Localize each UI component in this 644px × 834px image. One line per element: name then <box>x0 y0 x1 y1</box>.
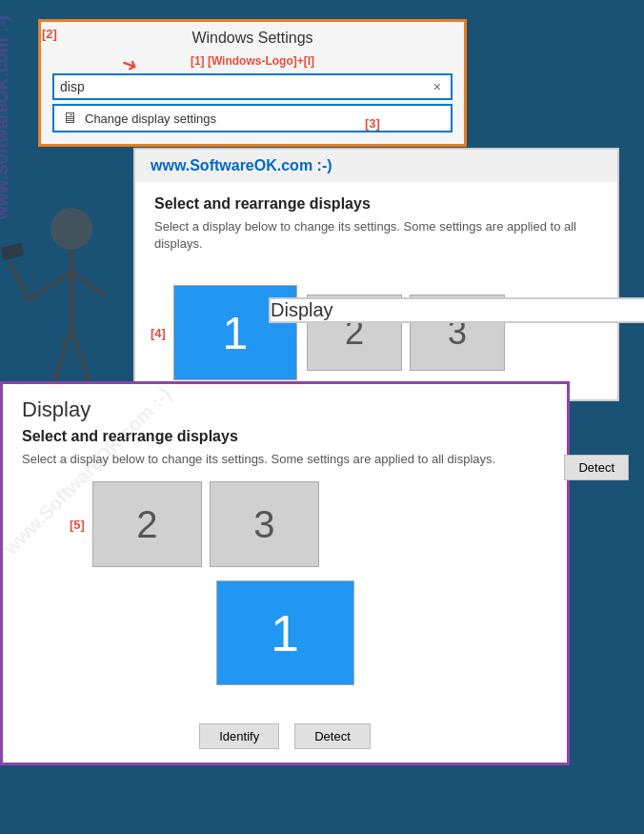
display-title-upper: Display <box>269 297 644 323</box>
display-icon: 🖥 <box>62 110 77 127</box>
search-input-wrapper[interactable]: × <box>52 73 453 100</box>
search-result-label: Change display settings <box>85 112 216 126</box>
display-1-lower-container: 1 <box>22 580 548 685</box>
website-label-upper: www.SoftwareOK.com :-) <box>151 157 332 174</box>
bottom-buttons: Identify Detect <box>3 714 567 763</box>
detect-button-right[interactable]: Detect <box>564 455 629 480</box>
detect-button-side[interactable]: Detect <box>564 455 629 480</box>
svg-line-6 <box>52 329 71 386</box>
section-desc-upper: Select a display below to change its set… <box>154 218 598 253</box>
display-2-lower[interactable]: 2 <box>92 481 202 567</box>
svg-line-5 <box>71 272 105 295</box>
svg-rect-4 <box>1 242 25 260</box>
label-2: [2] <box>42 27 57 41</box>
svg-line-3 <box>10 262 29 300</box>
panel-body-lower: Display Select and rearrange displays Se… <box>3 384 567 714</box>
shortcut-label: [1] [Windows-Logo]+[I] <box>52 54 453 68</box>
display-3-lower[interactable]: 3 <box>210 481 319 567</box>
section-title-lower: Select and rearrange displays <box>22 428 548 445</box>
search-input[interactable] <box>60 79 430 94</box>
display-panel-upper: Display www.SoftwareOK.com :-) Select an… <box>133 148 619 401</box>
identify-button[interactable]: Identify <box>199 723 279 749</box>
detect-button-lower[interactable]: Detect <box>294 723 371 749</box>
section-title-upper: Select and rearrange displays <box>154 195 598 213</box>
displays-top-row: [5] 2 3 <box>22 481 548 567</box>
search-result-row[interactable]: 🖥 Change display settings <box>52 104 453 132</box>
display-title-lower: Display <box>22 397 548 422</box>
svg-line-7 <box>71 329 91 386</box>
search-row: × <box>52 73 453 100</box>
label-3: [3] <box>365 116 380 131</box>
section-desc-lower: Select a display below to change its set… <box>22 451 548 468</box>
display-panel-lower: www.SoftwareOK.com :-) Display Select an… <box>0 381 570 765</box>
windows-settings-title: Windows Settings <box>52 30 453 47</box>
svg-line-2 <box>29 272 71 300</box>
display-1-lower[interactable]: 1 <box>216 580 354 685</box>
label-5: [5] <box>70 518 85 532</box>
svg-point-0 <box>50 208 92 250</box>
windows-settings-box: Windows Settings [1] [Windows-Logo]+[I] … <box>38 19 467 147</box>
panel-header-upper: Display www.SoftwareOK.com :-) <box>135 150 617 182</box>
search-clear-button[interactable]: × <box>430 79 445 94</box>
panel-body-upper: Select and rearrange displays Select a d… <box>135 182 617 279</box>
label-4: [4] <box>151 326 166 340</box>
